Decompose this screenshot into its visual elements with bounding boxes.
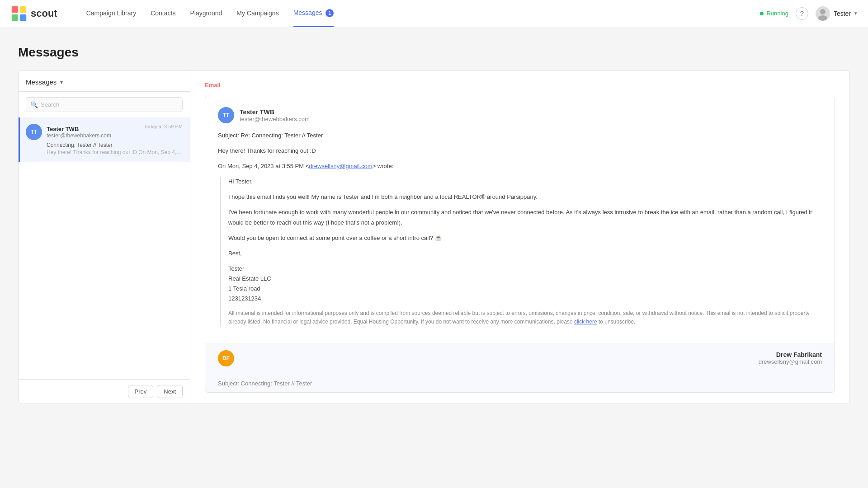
email-message-original[interactable]: DF Drew Fabrikant drewsellsny@gmail.com — [205, 343, 835, 374]
messages-sidebar: Messages ▾ 🔍 TT — [19, 71, 190, 404]
next-button[interactable]: Next — [157, 385, 183, 398]
nav-playground[interactable]: Playground — [190, 0, 222, 27]
sidebar-pagination: Prev Next — [19, 379, 190, 404]
sidebar-header: Messages ▾ — [19, 71, 190, 92]
avatar: DF — [218, 350, 234, 366]
prev-button[interactable]: Prev — [128, 385, 154, 398]
nav-messages[interactable]: Messages 1 — [293, 0, 334, 27]
svg-rect-0 — [12, 6, 18, 12]
svg-rect-1 — [20, 6, 26, 12]
quoted-email: Hi Tester, I hope this email finds you w… — [220, 177, 822, 326]
original-sign-name: Tester Real Estate LLC 1 Tesla road 1231… — [228, 264, 822, 304]
sidebar-dropdown-label: Messages — [26, 78, 57, 86]
email-greeting: Hey there! Thanks for reaching out :D — [218, 146, 822, 156]
email-sender-name: Tester TWB — [240, 108, 822, 116]
page-title: Messages — [18, 45, 850, 60]
message-preview: Hey there! Thanks for reaching out :D On… — [47, 149, 183, 155]
nav-links: Campaign Library Contacts Playground My … — [86, 0, 334, 27]
nav-right: Running ? Tester ▾ — [760, 6, 857, 21]
messages-badge: 1 — [326, 9, 334, 17]
search-input[interactable] — [26, 97, 183, 112]
running-label: Running — [766, 10, 788, 17]
navigation: scout Campaign Library Contacts Playgrou… — [0, 0, 868, 27]
user-menu[interactable]: Tester ▾ — [816, 6, 857, 21]
search-icon: 🔍 — [30, 101, 38, 108]
user-name: Tester — [834, 10, 851, 17]
email-on-date: On Mon, Sep 4, 2023 at 3:55 PM <drewsell… — [218, 161, 822, 171]
original-sign-best: Best, — [228, 249, 822, 258]
svg-point-5 — [818, 15, 827, 21]
logo-text: scout — [31, 8, 57, 19]
scout-logo-icon — [11, 5, 27, 22]
nav-contacts[interactable]: Contacts — [151, 0, 175, 27]
email-header: TT Tester TWB tester@thewebbakers.com — [218, 107, 822, 123]
user-menu-chevron: ▾ — [854, 10, 857, 16]
collapsed-sender-email: drewsellsny@gmail.com — [759, 358, 822, 365]
original-p1: I hope this email finds you well! My nam… — [228, 192, 822, 202]
email-type-label: Email — [205, 82, 835, 89]
search-box: 🔍 — [26, 97, 183, 112]
message-item[interactable]: TT Tester TWB tester@thewebbakers.com To… — [19, 117, 190, 162]
page: Messages Messages ▾ 🔍 — [0, 27, 868, 422]
message-time: Today at 3:59 PM — [144, 124, 183, 129]
email-collapsed-right: Drew Fabrikant drewsellsny@gmail.com — [759, 351, 822, 365]
email-message-reply: TT Tester TWB tester@thewebbakers.com Su… — [205, 96, 835, 343]
email-panel: Email TT Tester TWB tester@thewebbakers.… — [190, 71, 849, 404]
message-item-left: TT Tester TWB tester@thewebbakers.com — [26, 124, 111, 140]
messages-dropdown[interactable]: Messages ▾ — [26, 78, 183, 86]
svg-point-4 — [820, 9, 826, 14]
dropdown-arrow-icon: ▾ — [60, 79, 63, 85]
message-subject: Connecting: Tester // Tester — [47, 142, 183, 148]
collapsed-sender-name: Drew Fabrikant — [759, 351, 822, 358]
message-sender-name: Tester TWB — [47, 126, 111, 132]
email-thread: TT Tester TWB tester@thewebbakers.com Su… — [205, 96, 835, 393]
help-button[interactable]: ? — [796, 7, 808, 20]
email-sender-email: tester@thewebbakers.com — [240, 116, 822, 122]
messages-layout: Messages ▾ 🔍 TT — [18, 70, 850, 404]
svg-rect-3 — [20, 14, 26, 20]
message-sender-email: tester@thewebbakers.com — [47, 132, 111, 139]
collapsed-sender-info: Drew Fabrikant drewsellsny@gmail.com — [759, 351, 822, 365]
logo[interactable]: scout — [11, 5, 57, 22]
running-dot — [760, 12, 764, 15]
collapsed-subject-row: Subject: Connecting: Tester // Tester — [205, 374, 835, 392]
nav-campaign-library[interactable]: Campaign Library — [86, 0, 137, 27]
email-subject-line: Subject: Re: Connecting: Tester // Teste… — [218, 131, 822, 141]
message-list: TT Tester TWB tester@thewebbakers.com To… — [19, 117, 190, 379]
original-p3: Would you be open to connect at some poi… — [228, 233, 822, 243]
original-greeting: Hi Tester, — [228, 177, 822, 187]
message-sender-info: Tester TWB tester@thewebbakers.com — [47, 126, 111, 139]
message-item-header: TT Tester TWB tester@thewebbakers.com To… — [26, 124, 183, 140]
avatar: TT — [26, 124, 42, 140]
user-avatar — [816, 6, 830, 21]
email-sender-info: Tester TWB tester@thewebbakers.com — [240, 108, 822, 122]
collapsed-subject: Subject: Connecting: Tester // Tester — [218, 380, 312, 387]
original-p2: I've been fortunate enough to work with … — [228, 207, 822, 227]
avatar: TT — [218, 107, 234, 123]
running-indicator: Running — [760, 10, 788, 17]
email-link[interactable]: drewsellsny@gmail.com — [309, 163, 372, 169]
email-body: Subject: Re: Connecting: Tester // Teste… — [218, 131, 822, 327]
svg-rect-2 — [12, 14, 18, 20]
unsubscribe-link[interactable]: click here — [574, 319, 597, 325]
email-disclaimer: All material is intended for information… — [228, 309, 822, 326]
nav-my-campaigns[interactable]: My Campaigns — [236, 0, 278, 27]
